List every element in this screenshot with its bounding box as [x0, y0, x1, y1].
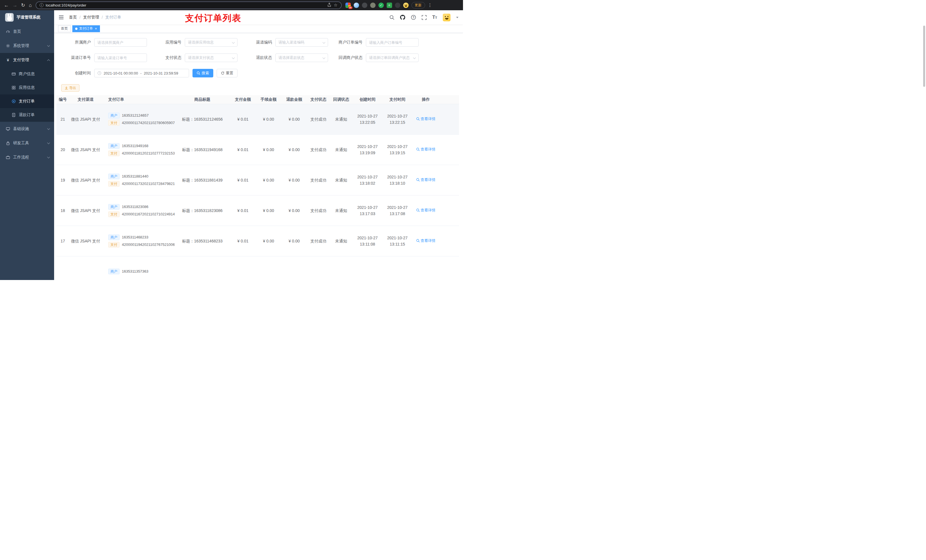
help-icon[interactable]: ?	[411, 15, 416, 20]
sidebar-item-system[interactable]: 系统管理	[0, 39, 54, 53]
sidebar-item-home[interactable]: 首页	[0, 24, 54, 39]
search-icon[interactable]	[390, 15, 394, 20]
breadcrumb-pay-mgmt[interactable]: 支付管理	[83, 15, 99, 20]
refund-status-select[interactable]: 请选择退款状态	[275, 53, 328, 62]
export-button[interactable]: 导出	[61, 84, 79, 92]
reload-button[interactable]: ↻	[21, 3, 25, 8]
close-icon[interactable]: ×	[95, 27, 97, 30]
filter-app: 应用编号 请选择应用信息	[150, 38, 241, 47]
app-select[interactable]: 请选择应用信息	[185, 38, 238, 47]
merchant-order-no: 1635311468233	[122, 234, 148, 240]
pay-status-select[interactable]: 请选择支付状态	[185, 53, 238, 62]
reset-button[interactable]: 重置	[217, 69, 238, 77]
filter-refund-status: 退款状态 请选择退款状态	[241, 53, 331, 62]
sidebar-item-refund-order[interactable]: 退款订单	[0, 108, 54, 122]
view-detail-link[interactable]: 查看详情	[416, 177, 436, 183]
search-icon	[416, 178, 420, 181]
extension-check-icon[interactable]: ✓	[378, 3, 384, 8]
merchant-order-no-input[interactable]	[366, 38, 419, 47]
search-button[interactable]: 搜索	[192, 69, 213, 77]
table-row[interactable]: 17 微信 JSAPI 支付 商户 1635311468233 支付 42000…	[56, 226, 459, 257]
tags-view-bar: 首页 支付订单 ×	[54, 24, 463, 33]
select-placeholder: 请选择支付状态	[188, 55, 214, 60]
view-detail-link[interactable]: 查看详情	[416, 207, 436, 213]
table-row[interactable]: 19 微信 JSAPI 支付 商户 1635311881440 支付 42000…	[56, 165, 459, 195]
extension-face-icon[interactable]	[403, 3, 409, 8]
site-info-icon[interactable]: i	[39, 3, 44, 7]
sidebar-item-payment[interactable]: ¥ 支付管理	[0, 53, 54, 67]
chevron-down-icon	[322, 56, 325, 59]
chevron-up-icon	[47, 59, 50, 62]
view-detail-link[interactable]: 查看详情	[416, 116, 436, 122]
sidebar-item-app-info[interactable]: 应用信息	[0, 81, 54, 95]
extension-drop-icon[interactable]	[354, 3, 359, 8]
hamburger-icon[interactable]	[59, 15, 64, 20]
chrome-menu-icon[interactable]: ⋮	[428, 3, 432, 8]
sidebar-label: 基础设施	[13, 126, 48, 131]
cell-created-time: 2021-10-2713:22:05	[353, 113, 383, 126]
font-size-icon[interactable]: TT	[432, 15, 437, 20]
home-button[interactable]: ⌂	[29, 3, 32, 8]
reset-button-label: 重置	[226, 71, 233, 76]
sidebar-item-workflow[interactable]: 工作流程	[0, 150, 54, 165]
extension-olive-icon[interactable]	[370, 3, 375, 8]
table-row[interactable]: 18 微信 JSAPI 支付 商户 1635311823086 支付 42000…	[56, 195, 459, 226]
channel-code-select[interactable]: 请输入渠道编码	[275, 38, 328, 47]
forward-button[interactable]: →	[12, 3, 17, 8]
table-row[interactable]: 21 微信 JSAPI 支付 商户 1635312124657 支付 42000…	[56, 104, 459, 134]
sidebar-item-infra[interactable]: 基础设施	[0, 122, 54, 136]
github-icon[interactable]	[400, 15, 405, 20]
extension-badge: 10	[348, 6, 353, 9]
table-row[interactable]: 20 微信 JSAPI 支付 商户 1635311949168 支付 42000…	[56, 134, 459, 165]
merchant-input[interactable]	[94, 38, 147, 47]
select-placeholder: 请输入渠道编码	[278, 40, 304, 45]
sidebar-item-merchant-info[interactable]: 商户信息	[0, 67, 54, 81]
cell-actions: 查看详情	[412, 177, 439, 184]
tab-active-dot	[75, 27, 77, 30]
extension-dark-icon[interactable]	[362, 3, 367, 8]
address-bar[interactable]: i localhost:1024/pay/order ☆	[36, 2, 342, 9]
dashboard-icon	[6, 30, 10, 33]
filter-label: 退款状态	[241, 55, 275, 60]
tab-home[interactable]: 首页	[58, 25, 71, 32]
channel-order-no-input[interactable]	[94, 53, 147, 62]
bookmark-star-icon[interactable]: ☆	[334, 3, 337, 8]
col-id: 编号	[56, 97, 69, 102]
cell-id: 18	[56, 207, 69, 214]
view-detail-link[interactable]: 查看详情	[416, 146, 436, 152]
back-button[interactable]: ←	[4, 3, 9, 8]
pay-order-no: 4200001174202110278060590766	[122, 120, 174, 126]
search-icon	[416, 148, 420, 151]
extension-notes-icon[interactable]: ≡	[387, 3, 392, 8]
chrome-update-button[interactable]: 更新	[412, 2, 425, 9]
cell-paid-time: 2021-10-2713:19:15	[383, 143, 412, 156]
filter-channel-code: 渠道编码 请输入渠道编码	[241, 38, 331, 47]
cell-pay-order: 商户 1635311357363	[102, 267, 174, 276]
avatar[interactable]	[443, 14, 451, 21]
fullscreen-icon[interactable]	[422, 15, 427, 20]
notify-status-select[interactable]: 请选择订单回调商户状态	[366, 53, 419, 62]
view-detail-link[interactable]: 查看详情	[416, 238, 436, 244]
extension-pin-icon[interactable]	[395, 3, 400, 8]
search-icon	[197, 71, 200, 75]
sidebar-label: 商户信息	[19, 71, 35, 77]
breadcrumb-home[interactable]: 首页	[69, 15, 77, 20]
share-icon[interactable]	[327, 3, 331, 8]
pay-tag: 支付	[108, 120, 120, 126]
date-end: 2021-10-31 23:59:59	[144, 71, 178, 75]
create-time-range[interactable]: 2021-10-01 00:00:00 - 2021-10-31 23:59:5…	[94, 69, 189, 77]
cell-actions: 查看详情	[412, 116, 439, 123]
app-logo-row[interactable]: 芋道管理系统	[0, 10, 54, 24]
pay-tag: 支付	[108, 151, 120, 156]
table-row[interactable]: 商户 1635311357363	[56, 257, 459, 280]
tab-label: 首页	[61, 26, 68, 31]
tab-pay-order[interactable]: 支付订单 ×	[72, 25, 100, 32]
pay-order-no: 4200001194202110276752100612	[122, 242, 174, 248]
cell-fee: ¥ 0.00	[256, 116, 281, 122]
cell-amount: ¥ 0.01	[230, 207, 256, 214]
sidebar-item-pay-order[interactable]: 支付订单	[0, 95, 54, 108]
cell-notify: 未通知	[330, 238, 353, 244]
extension-colorful-icon[interactable]: 10	[345, 3, 351, 8]
avatar-caret-icon[interactable]	[456, 17, 458, 18]
sidebar-item-devtools[interactable]: 研发工具	[0, 136, 54, 150]
